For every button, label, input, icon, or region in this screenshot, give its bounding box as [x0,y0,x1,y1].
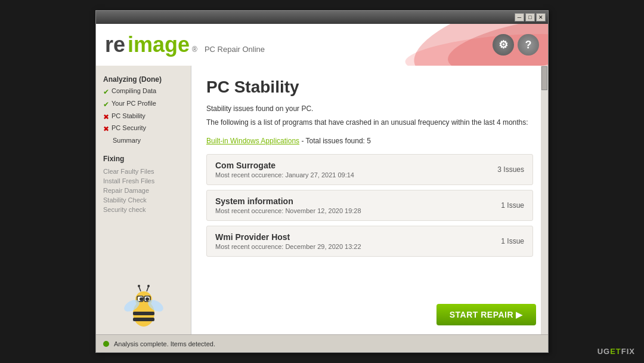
issue-count: 3 Issues [497,165,524,174]
issue-count: 1 Issue [501,237,524,245]
issue-name: System information [215,196,361,206]
svg-point-9 [140,297,143,301]
sidebar-fixing-section: Fixing Clear Faulty Files Install Fresh … [96,151,191,216]
sidebar-item-pc-profile[interactable]: ✔ Your PC Profile [96,99,191,111]
maximize-button[interactable]: □ [525,13,535,21]
svg-point-10 [145,297,149,301]
sidebar-summary-label: Summary [113,137,141,144]
title-bar: ─ □ ✕ [96,11,548,24]
close-button[interactable]: ✕ [536,13,546,21]
issues-header-row: Built-in Windows Applications - Total is… [206,135,533,146]
sidebar-item-stability-check: Stability Check [96,195,191,205]
bee-illustration [117,281,171,334]
issue-info: Com Surrogate Most recent occurence: Jan… [215,161,354,179]
sidebar-compiling-label: Compiling Data [112,87,156,94]
sidebar-stability-label: PC Stability [112,112,145,119]
issue-name: Wmi Provider Host [215,232,361,242]
sidebar-item-summary[interactable]: Summary [96,136,191,145]
issue-name: Com Surrogate [215,161,354,170]
status-dot [103,341,109,347]
page-title: PC Stability [206,78,533,97]
description-1: Stability issues found on your PC. [206,104,533,114]
watermark-et: ET [610,347,621,356]
sidebar-item-clear-faulty: Clear Faulty Files [96,167,191,176]
svg-line-16 [147,287,148,291]
title-bar-buttons: ─ □ ✕ [515,13,546,21]
watermark: UGETFIX [597,347,635,356]
built-in-apps-link[interactable]: Built-in Windows Applications [206,137,299,145]
footer-bar: Analysis complete. Items detected. [96,334,548,352]
sidebar-security-label: PC Security [112,124,146,131]
issue-date: Most recent occurence: November 12, 2020… [215,207,361,214]
main-content: Analyzing (Done) ✔ Compiling Data ✔ Your… [96,66,548,334]
logo-subtitle: PC Repair Online [205,45,265,54]
svg-rect-4 [133,312,154,315]
logo-re: re [105,32,125,57]
error-icon: ✖ [103,112,109,122]
sidebar-item-install-fresh: Install Fresh Files [96,176,191,186]
issue-card-wmi-provider: Wmi Provider Host Most recent occurence:… [206,226,533,257]
logo-image: image [128,32,190,57]
help-button[interactable]: ? [518,34,539,56]
sidebar-item-repair-damage: Repair Damage [96,186,191,195]
description-2: The following is a list of programs that… [206,118,533,128]
sidebar-fixing-items: Clear Faulty Files Install Fresh Files R… [96,165,191,216]
issue-card-system-info: System information Most recent occurence… [206,190,533,221]
sidebar-item-compiling-data[interactable]: ✔ Compiling Data [96,86,191,99]
sidebar-fixing-title: Fixing [96,151,191,165]
issue-date: Most recent occurence: January 27, 2021 … [215,171,354,179]
content-area: PC Stability Stability issues found on y… [191,66,548,334]
watermark-ug: UG [597,347,611,356]
scrollbar[interactable] [541,66,548,334]
scrollbar-thumb[interactable] [541,66,547,90]
sidebar-item-pc-security[interactable]: ✖ PC Security [96,123,191,136]
svg-point-15 [138,285,140,287]
sidebar-profile-label: Your PC Profile [112,100,156,107]
sidebar-item-security-check: Security check [96,205,191,214]
start-repair-button[interactable]: START REPAIR ▶ [436,304,536,325]
app-header: reimage® PC Repair Online ⚙ ? [96,24,548,66]
sidebar: Analyzing (Done) ✔ Compiling Data ✔ Your… [96,66,191,334]
check-icon: ✔ [103,87,109,97]
logo: reimage® PC Repair Online [105,32,265,57]
total-issues-text: - Total issues found: 5 [299,137,371,145]
help-icon: ? [525,39,532,51]
sidebar-analyzing-title: Analyzing (Done) [96,72,191,86]
minimize-button[interactable]: ─ [515,13,524,21]
error-icon: ✖ [103,124,109,134]
sidebar-item-pc-stability[interactable]: ✖ PC Stability [96,111,191,124]
status-text: Analysis complete. Items detected. [114,340,215,347]
settings-icon: ⚙ [499,38,508,51]
issue-card-com-surrogate: Com Surrogate Most recent occurence: Jan… [206,154,533,185]
repair-button-area: START REPAIR ▶ [436,304,536,325]
logo-registered: ® [192,45,197,54]
issue-date: Most recent occurence: December 29, 2020… [215,243,361,250]
issue-info: Wmi Provider Host Most recent occurence:… [215,232,361,250]
svg-point-17 [147,285,150,287]
header-icons: ⚙ ? [493,34,539,56]
svg-rect-5 [133,318,154,321]
svg-line-14 [139,287,141,291]
settings-button[interactable]: ⚙ [493,34,514,56]
watermark-fix: FIX [621,347,635,356]
issue-count: 1 Issue [501,201,524,210]
app-window: ─ □ ✕ reimage® PC Repair Online ⚙ ? [95,10,549,353]
issue-info: System information Most recent occurence… [215,196,361,214]
check-icon: ✔ [103,100,109,110]
